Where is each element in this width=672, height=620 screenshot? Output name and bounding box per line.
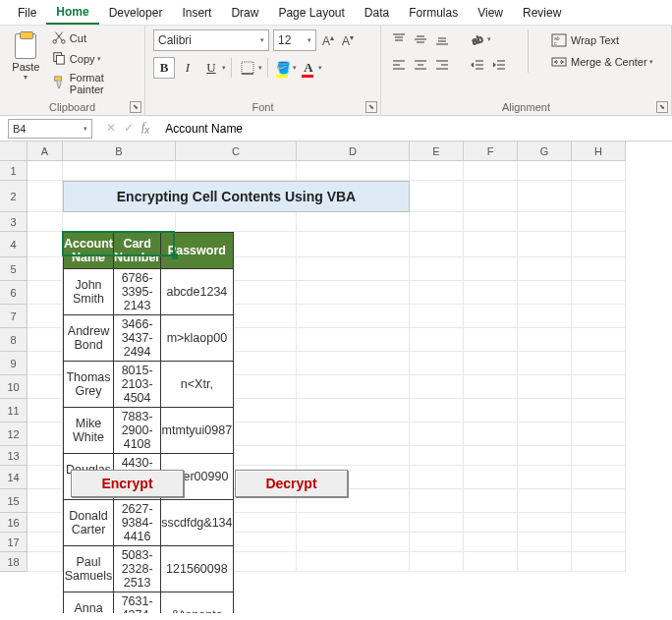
row-header-9[interactable]: 9 <box>0 352 28 375</box>
sheet-title[interactable]: Encrypting Cell Contents Using VBA <box>63 181 410 212</box>
cell[interactable] <box>297 328 410 352</box>
cell[interactable] <box>410 513 464 533</box>
cell[interactable] <box>572 328 626 352</box>
font-color-button[interactable]: A <box>299 57 318 79</box>
table-cell[interactable]: 121560098 <box>161 546 233 592</box>
cell[interactable] <box>297 446 410 466</box>
cell[interactable] <box>464 212 518 232</box>
chevron-down-icon[interactable]: ▾ <box>318 64 322 72</box>
table-cell[interactable]: mtmtyui0987 <box>161 408 233 454</box>
table-cell[interactable]: John Smith <box>64 269 114 315</box>
cell[interactable] <box>297 232 410 257</box>
cell[interactable] <box>572 232 626 257</box>
cell[interactable] <box>518 375 572 399</box>
chevron-down-icon[interactable]: ▾ <box>258 64 262 72</box>
align-bottom-button[interactable] <box>432 29 452 49</box>
row-header-5[interactable]: 5 <box>0 257 28 281</box>
cell[interactable] <box>572 552 626 572</box>
fill-handle[interactable] <box>172 254 178 259</box>
cell[interactable] <box>28 466 63 489</box>
row-header-6[interactable]: 6 <box>0 281 28 305</box>
cell[interactable] <box>28 212 63 232</box>
cell[interactable] <box>518 232 572 257</box>
cell[interactable] <box>572 305 626 328</box>
cell[interactable] <box>297 423 410 446</box>
cell[interactable] <box>410 552 464 572</box>
cell[interactable] <box>572 375 626 399</box>
cell[interactable] <box>410 232 464 257</box>
fx-button[interactable]: fx <box>141 120 149 136</box>
orientation-button[interactable]: ab <box>468 29 487 49</box>
cell[interactable] <box>28 161 63 181</box>
cell[interactable] <box>464 352 518 375</box>
underline-button[interactable]: U <box>200 57 222 79</box>
row-header-15[interactable]: 15 <box>0 489 28 513</box>
cell[interactable] <box>297 375 410 399</box>
cell[interactable] <box>464 257 518 281</box>
align-right-button[interactable] <box>432 55 452 75</box>
cell[interactable] <box>297 513 410 533</box>
cell[interactable] <box>518 305 572 328</box>
chevron-down-icon[interactable]: ▾ <box>487 35 491 43</box>
cell[interactable] <box>518 466 572 489</box>
cell[interactable] <box>572 181 626 212</box>
row-header-11[interactable]: 11 <box>0 399 28 423</box>
row-header-1[interactable]: 1 <box>0 161 28 181</box>
cell[interactable] <box>572 466 626 489</box>
cell[interactable] <box>410 181 464 212</box>
column-header-H[interactable]: H <box>572 141 626 161</box>
cell[interactable] <box>28 552 63 572</box>
cell[interactable] <box>464 513 518 533</box>
cell[interactable] <box>518 513 572 533</box>
column-header-B[interactable]: B <box>63 141 176 161</box>
chevron-down-icon[interactable]: ▾ <box>222 64 226 72</box>
table-cell[interactable]: 2627-9384-4416 <box>114 500 161 546</box>
cell[interactable] <box>518 533 572 552</box>
row-header-17[interactable]: 17 <box>0 533 28 552</box>
cell[interactable] <box>464 232 518 257</box>
cell[interactable] <box>464 305 518 328</box>
cell[interactable] <box>464 328 518 352</box>
copy-button[interactable]: Copy ▾ <box>48 50 137 68</box>
table-cell[interactable]: 8015-2103-4504 <box>114 362 161 408</box>
row-header-7[interactable]: 7 <box>0 305 28 328</box>
cancel-formula-button[interactable]: ✕ <box>106 121 116 135</box>
cell[interactable] <box>464 489 518 513</box>
table-cell[interactable]: abcde1234 <box>161 269 233 315</box>
bold-button[interactable]: B <box>153 57 175 79</box>
menu-formulas[interactable]: Formulas <box>399 2 468 24</box>
align-top-button[interactable] <box>389 29 409 49</box>
cell[interactable] <box>410 466 464 489</box>
decrease-font-button[interactable]: A▾ <box>340 33 356 48</box>
table-header[interactable]: Account Name <box>64 233 114 269</box>
cell[interactable] <box>572 423 626 446</box>
table-cell[interactable]: Paul Samuels <box>64 546 114 592</box>
menu-page-layout[interactable]: Page Layout <box>268 2 354 24</box>
cell[interactable] <box>518 181 572 212</box>
table-cell[interactable]: 6786-3395-2143 <box>114 269 161 315</box>
cell[interactable] <box>464 181 518 212</box>
cell[interactable] <box>572 399 626 423</box>
table-cell[interactable]: 7631-4374-9379 <box>114 592 161 614</box>
format-painter-button[interactable]: Format Painter <box>48 71 137 96</box>
align-middle-button[interactable] <box>411 29 430 49</box>
cell[interactable] <box>572 513 626 533</box>
row-header-3[interactable]: 3 <box>0 212 28 232</box>
select-all-corner[interactable] <box>0 141 28 161</box>
menu-view[interactable]: View <box>468 2 513 24</box>
cell[interactable] <box>464 552 518 572</box>
cell[interactable] <box>28 375 63 399</box>
cell[interactable] <box>572 352 626 375</box>
cell[interactable] <box>410 257 464 281</box>
cell[interactable] <box>518 552 572 572</box>
cell[interactable] <box>176 161 297 181</box>
cell[interactable] <box>572 161 626 181</box>
cut-button[interactable]: Cut <box>48 29 137 47</box>
align-center-button[interactable] <box>411 55 430 75</box>
table-cell[interactable]: m>klaop00 <box>161 315 233 362</box>
cell[interactable] <box>410 281 464 305</box>
column-header-G[interactable]: G <box>518 141 572 161</box>
cell[interactable] <box>410 305 464 328</box>
dialog-launcher-icon[interactable]: ⬊ <box>130 101 141 113</box>
column-header-E[interactable]: E <box>410 141 464 161</box>
